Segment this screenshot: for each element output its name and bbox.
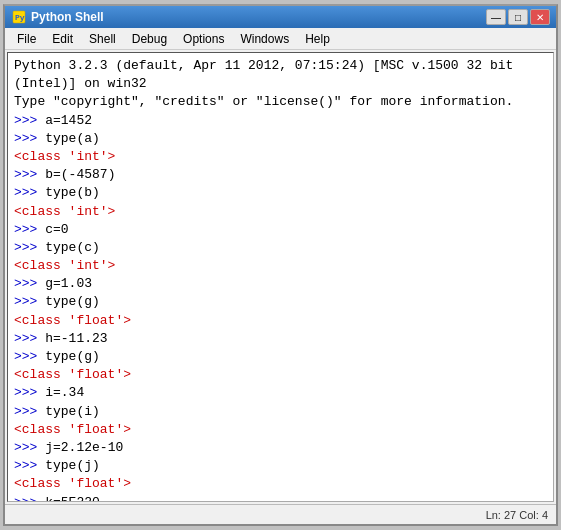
window-controls: — □ ✕ [486, 9, 550, 25]
close-button[interactable]: ✕ [530, 9, 550, 25]
menu-file[interactable]: File [9, 30, 44, 48]
shell-output[interactable]: Python 3.2.3 (default, Apr 11 2012, 07:1… [7, 52, 554, 502]
menu-options[interactable]: Options [175, 30, 232, 48]
menu-edit[interactable]: Edit [44, 30, 81, 48]
svg-text:Py: Py [15, 13, 25, 22]
app-icon: Py [11, 9, 27, 25]
status-bar: Ln: 27 Col: 4 [5, 504, 556, 524]
minimize-button[interactable]: — [486, 9, 506, 25]
menu-debug[interactable]: Debug [124, 30, 175, 48]
menu-help[interactable]: Help [297, 30, 338, 48]
shell-content: Python 3.2.3 (default, Apr 11 2012, 07:1… [14, 57, 547, 502]
menu-windows[interactable]: Windows [232, 30, 297, 48]
cursor-position: Ln: 27 Col: 4 [486, 509, 548, 521]
window-title: Python Shell [31, 10, 486, 24]
menu-bar: File Edit Shell Debug Options Windows He… [5, 28, 556, 50]
maximize-button[interactable]: □ [508, 9, 528, 25]
title-bar: Py Python Shell — □ ✕ [5, 6, 556, 28]
python-shell-window: Py Python Shell — □ ✕ File Edit Shell De… [3, 4, 558, 526]
menu-shell[interactable]: Shell [81, 30, 124, 48]
